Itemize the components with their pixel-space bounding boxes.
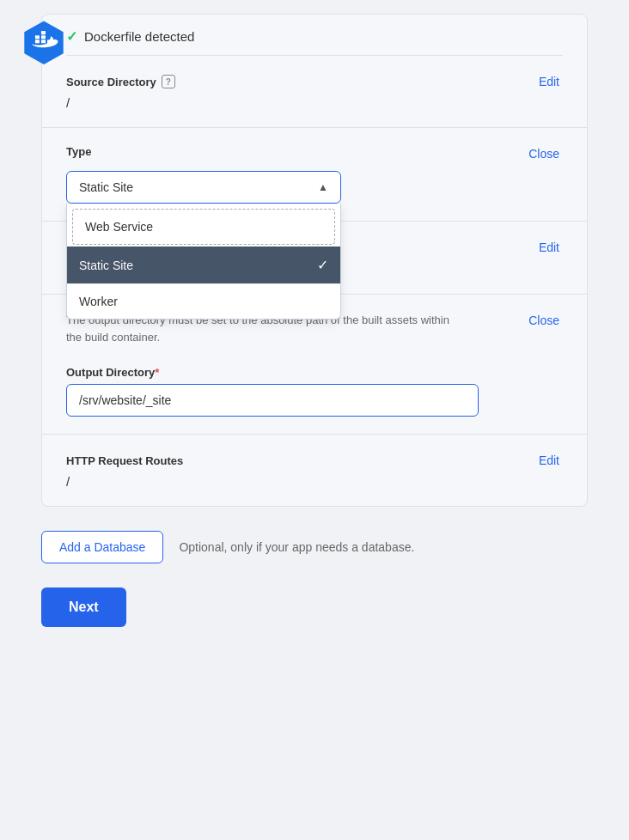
env-vars-edit-button[interactable]: Edit	[535, 239, 563, 256]
http-routes-edit-button[interactable]: Edit	[535, 452, 563, 469]
source-directory-label: Source Directory ?	[66, 75, 175, 88]
web-service-label: Web Service	[85, 220, 153, 234]
detected-label: Dockerfile detected	[84, 29, 194, 44]
type-dropdown-menu: Web Service Static Site ✓ Worker	[66, 204, 341, 320]
add-database-optional-text: Optional, only if your app needs a datab…	[179, 540, 414, 554]
output-close-button[interactable]: Close	[525, 312, 563, 329]
static-site-label: Static Site	[79, 259, 133, 272]
chevron-up-icon: ▲	[318, 181, 328, 193]
type-label: Type	[66, 145, 91, 158]
selected-check-icon: ✓	[317, 257, 328, 273]
bottom-area: Add a Database Optional, only if your ap…	[0, 507, 629, 651]
type-dropdown[interactable]: Static Site ▲ Web Service Static Site ✓ …	[66, 171, 341, 204]
worker-label: Worker	[79, 295, 118, 308]
output-directory-input[interactable]	[66, 384, 479, 417]
source-directory-edit-button[interactable]: Edit	[535, 73, 563, 90]
dropdown-item-worker[interactable]: Worker	[67, 284, 340, 319]
main-card: ✓ Dockerfile detected Source Directory ?…	[41, 14, 588, 507]
source-directory-section: Source Directory ? Edit /	[42, 56, 587, 128]
type-close-button[interactable]: Close	[525, 145, 563, 162]
add-database-button[interactable]: Add a Database	[41, 531, 163, 563]
http-routes-section: HTTP Request Routes Edit /	[42, 435, 587, 506]
svg-rect-6	[41, 31, 46, 34]
http-routes-value: /	[66, 474, 563, 489]
svg-rect-4	[35, 35, 40, 39]
type-dropdown-trigger[interactable]: Static Site ▲	[66, 171, 341, 204]
source-dir-help-icon[interactable]: ?	[162, 75, 175, 88]
svg-rect-2	[41, 40, 46, 43]
dockerfile-detected-row: ✓ Dockerfile detected	[42, 15, 587, 55]
output-label-text: Output Directory	[66, 366, 155, 379]
svg-rect-1	[35, 40, 40, 43]
required-star: *	[155, 366, 159, 379]
source-dir-text: Source Directory	[66, 76, 156, 88]
next-button[interactable]: Next	[41, 587, 126, 627]
source-directory-value: /	[66, 95, 563, 110]
svg-rect-5	[41, 35, 46, 39]
output-directory-label: Output Directory*	[66, 366, 563, 379]
http-routes-label: HTTP Request Routes	[66, 454, 183, 467]
type-section: Type Close Static Site ▲ Web Service Sta…	[42, 128, 587, 221]
type-selected-value: Static Site	[79, 180, 133, 194]
add-database-row: Add a Database Optional, only if your ap…	[41, 531, 588, 563]
dropdown-item-web-service[interactable]: Web Service	[72, 209, 335, 245]
dropdown-item-static-site[interactable]: Static Site ✓	[67, 247, 340, 284]
